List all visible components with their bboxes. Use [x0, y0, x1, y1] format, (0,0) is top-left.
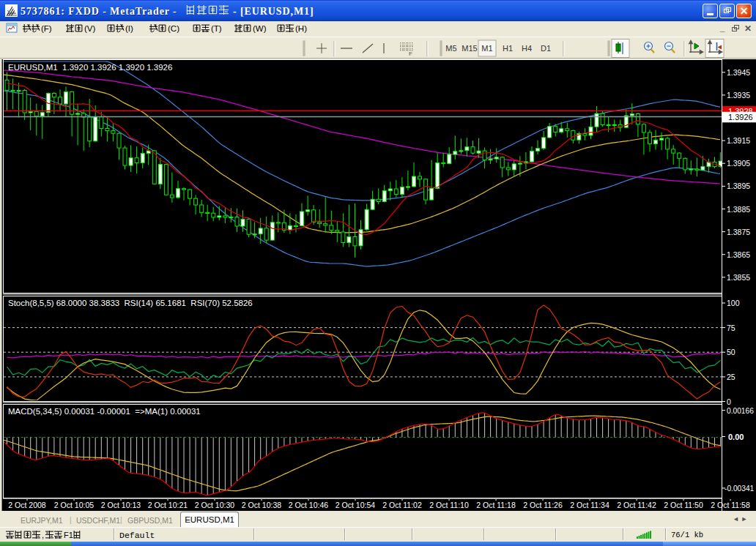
svg-text:(H): (H)	[295, 24, 307, 33]
svg-text:Default: Default	[119, 531, 155, 540]
svg-text:H4: H4	[522, 44, 532, 53]
svg-text:F1: F1	[64, 531, 73, 539]
svg-text:(I): (I)	[125, 24, 133, 33]
svg-text:H1: H1	[503, 44, 513, 53]
svg-text:,: ,	[42, 531, 44, 539]
svg-text:M1: M1	[481, 44, 492, 53]
svg-text:(C): (C)	[168, 24, 179, 33]
svg-text:M15: M15	[462, 44, 477, 53]
svg-text:M5: M5	[445, 44, 456, 53]
svg-text:D1: D1	[541, 44, 551, 53]
svg-text:5737861: FXDD - MetaTrader -: 5737861: FXDD - MetaTrader -	[21, 6, 177, 17]
svg-text:(F): (F)	[41, 24, 52, 33]
svg-text:(W): (W)	[253, 24, 267, 33]
svg-text:- [EURUSD,M1]: - [EURUSD,M1]	[233, 6, 314, 17]
svg-text:F: F	[409, 51, 412, 57]
svg-text:(V): (V)	[84, 24, 96, 33]
svg-text:(T): (T)	[211, 24, 222, 33]
svg-text:76/1 kb: 76/1 kb	[671, 531, 703, 539]
